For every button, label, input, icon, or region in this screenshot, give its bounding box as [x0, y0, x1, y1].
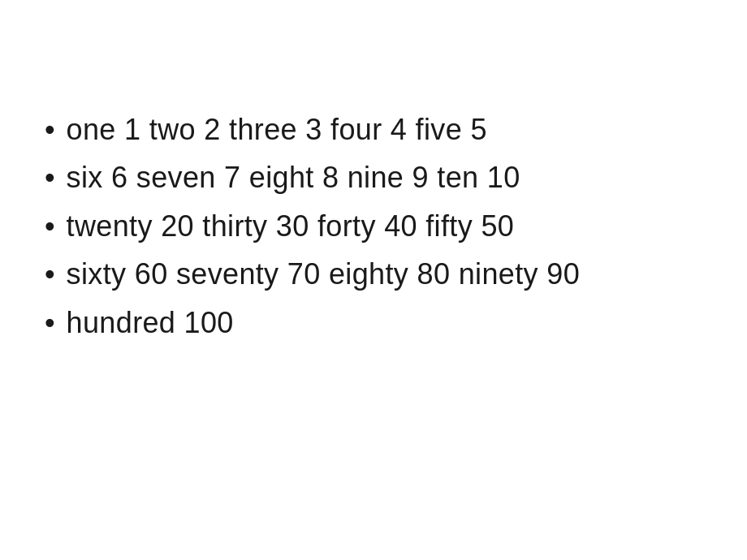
bullet-5: •	[45, 299, 55, 347]
bullet-2: •	[45, 153, 55, 201]
list-item-4: • sixty 60 seventy 70 eighty 80 ninety 9…	[45, 250, 580, 298]
line-text-1: one 1 two 2 three 3 four 4 five 5	[67, 106, 487, 153]
list-item-2: • six 6 seven 7 eight 8 nine 9 ten 10	[45, 153, 580, 201]
bullet-3: •	[45, 202, 55, 250]
list-item-3: • twenty 20 thirty 30 forty 40 fifty 50	[45, 202, 580, 250]
line-text-3: twenty 20 thirty 30 forty 40 fifty 50	[67, 202, 515, 250]
bullet-4: •	[45, 250, 55, 298]
line-text-4: sixty 60 seventy 70 eighty 80 ninety 90	[67, 250, 580, 298]
bullet-1: •	[45, 106, 55, 153]
main-content: • one 1 two 2 three 3 four 4 five 5 • si…	[45, 106, 580, 347]
line-text-5: hundred 100	[67, 299, 234, 347]
list-item-5: • hundred 100	[45, 299, 580, 347]
list-item-1: • one 1 two 2 three 3 four 4 five 5	[45, 106, 580, 153]
line-text-2: six 6 seven 7 eight 8 nine 9 ten 10	[67, 153, 520, 201]
